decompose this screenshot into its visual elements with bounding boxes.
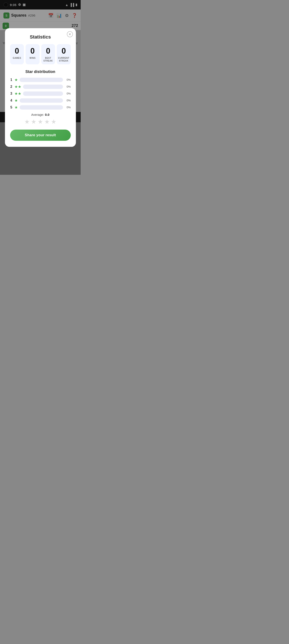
dist-row-4: 4 ★ 0% <box>10 98 71 103</box>
stat-card-games: 0 GAMES <box>10 44 24 64</box>
avg-star-2: ★ <box>31 118 36 125</box>
average-label: Average: <box>31 113 44 116</box>
stat-best-streak-label: BESTSTREAK <box>42 56 54 62</box>
star-distribution-title: Star distribution <box>10 70 71 74</box>
dist-num-5: 5 <box>10 106 13 109</box>
stats-row: 0 GAMES 0 WINS 0 BESTSTREAK 0 CURRENTSTR… <box>10 44 71 64</box>
avg-star-1: ★ <box>24 118 30 125</box>
statistics-modal: ✕ Statistics 0 GAMES 0 WINS 0 BESTSTREAK… <box>5 28 76 147</box>
share-result-button[interactable]: Share your result <box>10 130 71 141</box>
average-value: 0.0 <box>45 113 49 116</box>
dist-num-2: 2 <box>10 85 13 89</box>
stat-best-streak-value: 0 <box>42 47 54 55</box>
dist-pct-4: 0% <box>65 99 71 102</box>
stat-wins-label: WINS <box>27 56 38 60</box>
dist-star-2: ★★ <box>14 84 21 89</box>
stat-card-current-streak: 0 CURRENTSTREAK <box>57 44 71 64</box>
modal-overlay: ✕ Statistics 0 GAMES 0 WINS 0 BESTSTREAK… <box>0 0 81 175</box>
avg-star-3: ★ <box>38 118 43 125</box>
modal-close-button[interactable]: ✕ <box>67 31 73 37</box>
dist-bar-bg-4 <box>19 98 63 103</box>
dist-star-4: ★ <box>14 98 18 103</box>
dist-pct-2: 0% <box>65 85 71 88</box>
avg-star-4: ★ <box>44 118 50 125</box>
avg-star-5: ★ <box>51 118 56 125</box>
stat-card-best-streak: 0 BESTSTREAK <box>41 44 55 64</box>
dist-pct-5: 0% <box>65 106 71 109</box>
dist-bar-bg-1 <box>19 78 63 82</box>
dist-star-5: ★ <box>14 105 18 110</box>
distribution-list: 1 ★ 0% 2 ★★ 0% 3 ★★ 0 <box>10 78 71 110</box>
stat-wins-value: 0 <box>27 47 38 55</box>
modal-title: Statistics <box>10 34 71 40</box>
dist-row-1: 1 ★ 0% <box>10 78 71 82</box>
dist-num-3: 3 <box>10 92 13 96</box>
dist-bar-bg-2 <box>23 84 63 89</box>
stat-games-value: 0 <box>11 47 23 55</box>
dist-row-2: 2 ★★ 0% <box>10 84 71 89</box>
stat-card-wins: 0 WINS <box>25 44 39 64</box>
dist-num-4: 4 <box>10 98 13 102</box>
dist-star-1: ★ <box>14 78 18 82</box>
dist-bar-bg-5 <box>19 105 63 110</box>
stat-current-streak-label: CURRENTSTREAK <box>58 56 69 62</box>
stat-games-label: GAMES <box>11 56 23 60</box>
dist-pct-3: 0% <box>65 92 71 95</box>
dist-row-5: 5 ★ 0% <box>10 105 71 110</box>
dist-star-3: ★★ <box>14 91 21 96</box>
dist-bar-bg-3 <box>23 92 63 96</box>
stat-current-streak-value: 0 <box>58 47 69 55</box>
dist-pct-1: 0% <box>65 78 71 81</box>
average-stars: ★ ★ ★ ★ ★ <box>10 118 71 125</box>
average-row: Average: 0.0 <box>10 113 71 116</box>
dist-num-1: 1 <box>10 78 13 82</box>
dist-row-3: 3 ★★ 0% <box>10 91 71 96</box>
